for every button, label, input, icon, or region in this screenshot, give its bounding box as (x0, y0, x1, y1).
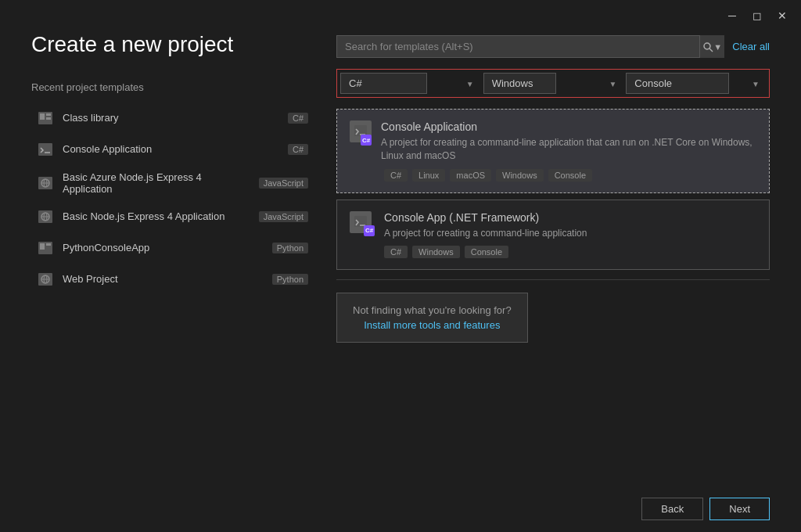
results-divider (336, 279, 770, 280)
search-button[interactable]: ▼ (699, 35, 724, 58)
bottom-bar: Back Next (0, 485, 801, 532)
language-filter-arrow: ▼ (466, 79, 474, 88)
clear-all-button[interactable]: Clear all (732, 41, 770, 52)
console-app-icon (36, 140, 55, 159)
console-framework-header: C# Console App (.NET Framework) A projec… (350, 211, 756, 240)
close-button[interactable]: ✕ (770, 6, 795, 25)
svg-rect-16 (46, 243, 51, 246)
tag-windows-fw: Windows (412, 246, 460, 258)
maximize-button[interactable]: ◻ (745, 6, 770, 25)
project-type-filter-arrow: ▼ (752, 79, 760, 88)
search-box: ▼ (336, 35, 724, 58)
recent-list: Class library C# Console Application C# (31, 102, 313, 295)
svg-rect-2 (46, 113, 51, 116)
template-card-console-app[interactable]: C# Console Application A project for cre… (336, 109, 770, 193)
azure-node-badge: JavaScript (259, 178, 308, 189)
tag-windows: Windows (496, 169, 544, 182)
language-filter[interactable]: C# Visual Basic F# JavaScript Python Typ… (340, 73, 427, 94)
not-finding-box: Not finding what you're looking for? Ins… (336, 293, 528, 343)
search-row: ▼ Clear all (336, 35, 770, 58)
svg-line-22 (709, 49, 713, 52)
search-input[interactable] (336, 35, 724, 58)
python-console-icon (36, 239, 55, 257)
tag-console-fw: Console (465, 246, 508, 258)
left-panel: Create a new project Recent project temp… (31, 31, 336, 532)
platform-filter-arrow: ▼ (609, 79, 616, 88)
class-lib-badge: C# (288, 113, 308, 124)
console-framework-tags: C# Windows Console (384, 246, 756, 258)
node-badge: JavaScript (259, 211, 308, 222)
class-lib-icon (36, 109, 55, 128)
python-console-name: PythonConsoleApp (63, 242, 264, 253)
platform-filter-wrapper: Windows Linux macOS Cloud iOS tvOS ▼ (483, 73, 623, 94)
web-project-icon (36, 270, 55, 289)
console-framework-card-icon: C# (350, 211, 375, 236)
console-framework-cs-badge: C# (364, 225, 375, 236)
results-area: C# Console Application A project for cre… (336, 109, 770, 532)
recent-item-node[interactable]: Basic Node.js Express 4 Application Java… (31, 201, 313, 232)
tag-linux: Linux (412, 169, 445, 182)
tag-console: Console (548, 169, 592, 182)
svg-point-21 (704, 43, 710, 49)
console-app-card-title: Console Application (381, 120, 756, 133)
back-button[interactable]: Back (641, 498, 703, 520)
project-type-filter-wrapper: All project types Cloud Console Desktop … (626, 73, 766, 94)
console-app-name: Console Application (63, 143, 280, 155)
node-name: Basic Node.js Express 4 Application (63, 210, 251, 222)
right-panel: ▼ Clear all C# Visual Basic F# JavaScrip… (336, 31, 770, 532)
node-icon (36, 207, 55, 226)
svg-rect-4 (38, 143, 52, 156)
recent-item-web-project[interactable]: Web Project Python (31, 264, 313, 295)
svg-rect-15 (40, 243, 45, 250)
console-framework-card-title: Console App (.NET Framework) (384, 211, 587, 224)
page-title: Create a new project (31, 31, 313, 58)
filter-row: C# Visual Basic F# JavaScript Python Typ… (336, 69, 770, 98)
azure-node-name: Basic Azure Node.js Express 4 Applicatio… (63, 171, 251, 195)
console-app-cs-badge: C# (361, 135, 372, 146)
next-button[interactable]: Next (709, 498, 770, 520)
console-app-tags: C# Linux macOS Windows Console (384, 169, 756, 182)
azure-node-icon (36, 174, 55, 192)
title-bar: ─ ◻ ✕ (720, 0, 801, 25)
not-finding-text: Not finding what you're looking for? (353, 304, 512, 316)
console-framework-card-desc: A project for creating a command-line ap… (384, 227, 587, 240)
console-app-card-icon: C# (350, 120, 372, 146)
web-project-name: Web Project (63, 273, 264, 285)
platform-filter[interactable]: Windows Linux macOS Cloud iOS tvOS (483, 73, 556, 94)
class-lib-name: Class library (63, 112, 280, 124)
install-tools-link[interactable]: Install more tools and features (364, 319, 500, 331)
recent-section-label: Recent project templates (31, 81, 313, 93)
recent-item-python-console[interactable]: PythonConsoleApp Python (31, 232, 313, 264)
minimize-button[interactable]: ─ (720, 6, 745, 25)
template-card-console-framework[interactable]: C# Console App (.NET Framework) A projec… (336, 200, 770, 271)
python-console-badge: Python (272, 243, 308, 253)
console-app-header: C# Console Application A project for cre… (350, 120, 756, 163)
svg-rect-1 (40, 113, 45, 120)
tag-csharp: C# (384, 169, 408, 182)
main-layout: Create a new project Recent project temp… (0, 0, 801, 532)
project-type-filter[interactable]: All project types Cloud Console Desktop … (626, 73, 729, 94)
console-app-card-desc: A project for creating a command-line ap… (381, 136, 756, 163)
recent-item-azure-node[interactable]: Basic Azure Node.js Express 4 Applicatio… (31, 165, 313, 201)
tag-macos: macOS (450, 169, 491, 182)
recent-item-console-app[interactable]: Console Application C# (31, 134, 313, 165)
web-project-badge: Python (272, 274, 308, 285)
tag-csharp-fw: C# (384, 246, 408, 258)
recent-item-class-library[interactable]: Class library C# (31, 102, 313, 134)
svg-rect-3 (46, 117, 51, 120)
console-app-badge: C# (288, 144, 308, 155)
language-filter-wrapper: C# Visual Basic F# JavaScript Python Typ… (340, 73, 480, 94)
